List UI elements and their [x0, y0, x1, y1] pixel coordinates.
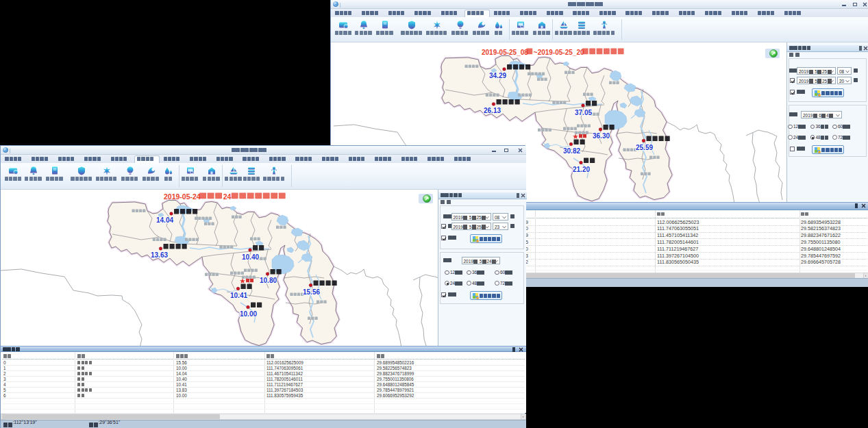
svg-text:36.30: 36.30: [593, 132, 610, 140]
svg-text:2019-05-24: 2019-05-24: [164, 192, 201, 201]
svg-text:24: 24: [223, 192, 232, 201]
svg-text:10.41: 10.41: [230, 292, 247, 299]
svg-text:~2019-05-25_20: ~2019-05-25_20: [534, 49, 584, 56]
svg-text:2019-05-25_08: 2019-05-25_08: [482, 49, 528, 56]
svg-text:34.29: 34.29: [489, 72, 506, 79]
svg-text:10.80: 10.80: [260, 277, 277, 284]
svg-text:15.56: 15.56: [303, 288, 320, 296]
svg-text:25.59: 25.59: [636, 144, 653, 151]
svg-text:10.00: 10.00: [240, 310, 257, 318]
svg-text:21.20: 21.20: [573, 166, 590, 173]
svg-text:14.04: 14.04: [156, 216, 173, 224]
svg-text:10.40: 10.40: [242, 253, 259, 261]
svg-text:30.82: 30.82: [563, 147, 580, 155]
svg-text:37.05: 37.05: [575, 109, 592, 116]
svg-text:26.13: 26.13: [484, 107, 501, 114]
svg-text:13.63: 13.63: [151, 251, 168, 259]
